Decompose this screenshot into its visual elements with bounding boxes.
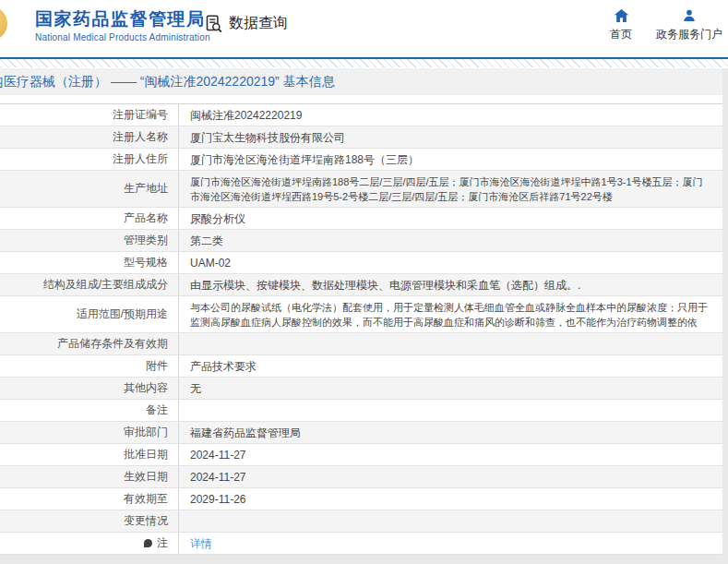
- detail-link[interactable]: 详情: [190, 536, 212, 551]
- table-row: 结构及组成/主要组成成分由显示模块、按键模块、数据处理模块、电源管理模块和采血笔…: [0, 274, 723, 296]
- row-label: 型号规格: [0, 252, 179, 273]
- row-label: 产品名称: [0, 208, 179, 229]
- row-label: 注册人住所: [0, 149, 179, 170]
- row-value: 尿酸分析仪: [190, 211, 245, 226]
- table-row: 生产地址厦门市海沧区海沧街道坪埕南路188号二层/三层/四层/五层；厦门市海沧区…: [0, 171, 723, 208]
- row-value-cell: 厦门市海沧区海沧街道坪埕南路188号（三层）: [179, 149, 723, 170]
- table-row: 适用范围/预期用途与本公司的尿酸试纸（电化学法）配套使用，用于定量检测人体毛细血…: [0, 296, 723, 333]
- row-label: 备注: [0, 400, 179, 421]
- row-label: 结构及组成/主要组成成分: [0, 274, 179, 295]
- row-label: 审批部门: [0, 422, 179, 443]
- nmpa-emblem-logo: [0, 6, 7, 41]
- table-row: 其他内容无: [0, 378, 723, 400]
- row-value-cell: 产品技术要求: [179, 355, 723, 377]
- row-value: 2024-11-27: [190, 448, 246, 462]
- row-value-cell: [179, 400, 723, 421]
- table-row: 注册人名称厦门宝太生物科技股份有限公司: [0, 126, 723, 149]
- row-label: 有效期至: [0, 488, 179, 510]
- row-value: 无: [190, 381, 201, 396]
- brand: 国家药品监督管理局 National Medical Products Admi…: [35, 8, 210, 42]
- table-row: 注册证编号闽械注准20242220219: [0, 104, 723, 126]
- row-value-cell: 无: [179, 378, 723, 399]
- site-header: 国家药品监督管理局 National Medical Products Admi…: [0, 0, 728, 57]
- row-value-cell: UAM-02: [179, 252, 723, 273]
- row-value: 与本公司的尿酸试纸（电化学法）配套使用，用于定量检测人体毛细血管全血或静脉全血样…: [190, 300, 712, 330]
- row-label: 其他内容: [0, 378, 179, 399]
- row-value: 2029-11-26: [190, 492, 246, 507]
- table-row: 注册人住所厦门市海沧区海沧街道坪埕南路188号（三层）: [0, 149, 723, 171]
- page: 国家药品监督管理局 National Medical Products Admi…: [0, 0, 728, 564]
- table-row: 变更情况: [0, 510, 723, 533]
- nav-portal[interactable]: 政务服务门户: [656, 8, 722, 42]
- row-label: 注册证编号: [0, 104, 179, 126]
- row-value: 厦门市海沧区海沧街道坪埕南路188号（三层）: [190, 152, 419, 167]
- row-value: 第二类: [190, 234, 223, 248]
- row-value-cell: 厦门宝太生物科技股份有限公司: [179, 126, 723, 148]
- row-value: 闽械注准20242220219: [190, 108, 302, 123]
- row-label: 生效日期: [0, 466, 179, 487]
- table-row: 管理类别第二类: [0, 230, 723, 252]
- row-value-cell: 福建省药品监督管理局: [179, 422, 723, 443]
- row-value-cell: 2029-11-26: [179, 488, 723, 510]
- row-label: 附件: [0, 355, 179, 377]
- row-value-cell: [179, 510, 723, 532]
- row-value: 厦门市海沧区海沧街道坪埕南路188号二层/三层/四层/五层；厦门市海沧区海沧街道…: [190, 174, 712, 204]
- row-value-cell: 与本公司的尿酸试纸（电化学法）配套使用，用于定量检测人体毛细血管全血或静脉全血样…: [179, 296, 723, 332]
- row-value-cell: [179, 333, 723, 354]
- right-gutter: [722, 68, 728, 564]
- nav-home[interactable]: 首页: [610, 8, 632, 42]
- row-label: 产品储存条件及有效期: [0, 333, 179, 354]
- row-value: 产品技术要求: [190, 359, 257, 374]
- row-value-cell: 尿酸分析仪: [179, 208, 723, 229]
- breadcrumb: 境内医疗器械（注册） —— “闽械注准20242220219” 基本信息: [0, 68, 722, 95]
- row-label: 变更情况: [0, 510, 179, 532]
- table-row: 型号规格UAM-02: [0, 252, 723, 274]
- row-label: 注: [0, 533, 179, 554]
- nav-portal-label: 政务服务门户: [656, 27, 722, 42]
- top-nav: 首页 政务服务门户: [610, 8, 722, 42]
- row-value: 福建省药品监督管理局: [190, 426, 301, 440]
- user-icon: [682, 8, 697, 23]
- row-value: 2024-11-27: [190, 470, 246, 485]
- row-label: 管理类别: [0, 230, 179, 251]
- row-value: 厦门宝太生物科技股份有限公司: [190, 130, 345, 145]
- table-row: 备注: [0, 400, 723, 422]
- table-row: 产品名称尿酸分析仪: [0, 208, 723, 230]
- data-query-icon: [204, 14, 223, 33]
- table-row: 批准日期2024-11-27: [0, 444, 723, 466]
- row-label: 生产地址: [0, 171, 179, 207]
- striped-band: [0, 59, 728, 67]
- row-value-cell: 2024-11-27: [179, 466, 723, 487]
- row-value-cell: 由显示模块、按键模块、数据处理模块、电源管理模块和采血笔（选配）组成。.: [179, 274, 723, 295]
- row-value-cell: 2024-11-27: [179, 444, 723, 465]
- table-row: 有效期至2029-11-26: [0, 488, 723, 510]
- row-label: 注册人名称: [0, 126, 179, 148]
- table-row: 审批部门福建省药品监督管理局: [0, 422, 723, 444]
- row-value-cell: 详情: [179, 533, 723, 554]
- row-label: 批准日期: [0, 444, 179, 465]
- table-row: 附件产品技术要求: [0, 355, 723, 378]
- row-value-cell: 第二类: [179, 230, 723, 251]
- home-icon: [614, 8, 629, 23]
- nav-home-label: 首页: [610, 27, 632, 42]
- site-subtitle: National Medical Products Administration: [35, 32, 210, 42]
- breadcrumb-text: 境内医疗器械（注册） —— “闽械注准20242220219” 基本信息: [0, 74, 335, 90]
- note-icon: [144, 539, 152, 547]
- row-value-cell: 闽械注准20242220219: [179, 104, 723, 126]
- data-query-tab[interactable]: 数据查询: [204, 14, 288, 33]
- row-value: UAM-02: [190, 256, 231, 270]
- table-row: 注详情: [0, 533, 723, 555]
- table-row: 产品储存条件及有效期: [0, 333, 723, 355]
- bottom-gutter: [0, 555, 722, 564]
- row-label: 适用范围/预期用途: [0, 296, 179, 332]
- row-value: 由显示模块、按键模块、数据处理模块、电源管理模块和采血笔（选配）组成。.: [190, 278, 580, 293]
- row-value-cell: 厦门市海沧区海沧街道坪埕南路188号二层/三层/四层/五层；厦门市海沧区海沧街道…: [179, 171, 723, 207]
- data-query-label: 数据查询: [229, 14, 288, 33]
- site-title: 国家药品监督管理局: [35, 8, 210, 30]
- table-row: 生效日期2024-11-27: [0, 466, 723, 488]
- info-table: 注册证编号闽械注准20242220219注册人名称厦门宝太生物科技股份有限公司注…: [0, 103, 724, 555]
